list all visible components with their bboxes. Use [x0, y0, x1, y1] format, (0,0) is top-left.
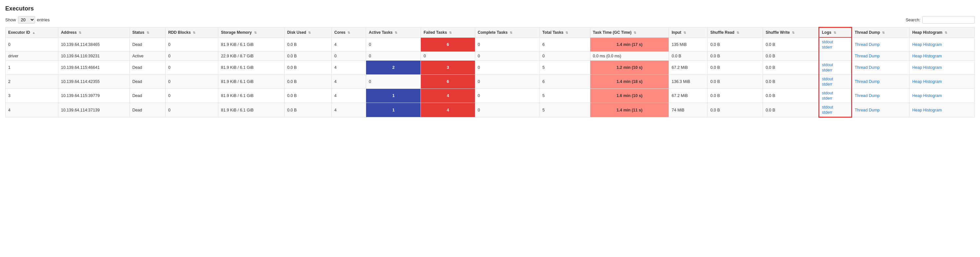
- col-header-executor-id[interactable]: Executor ID ▲: [6, 27, 58, 38]
- heap-histogram-link[interactable]: Heap Histogram: [912, 54, 942, 58]
- log-link-stdout[interactable]: stdout: [822, 40, 849, 44]
- col-header-status[interactable]: Status ⇅: [129, 27, 165, 38]
- cell-executor-id: 3: [6, 89, 58, 103]
- cell-executor-id: 2: [6, 75, 58, 89]
- col-header-shuffle-read[interactable]: Shuffle Read ⇅: [708, 27, 763, 38]
- thread-dump-link[interactable]: Thread Dump: [855, 108, 880, 112]
- cell-storage-memory: 22.9 KiB / 8.7 GiB: [218, 52, 285, 61]
- thread-dump-link[interactable]: Thread Dump: [855, 79, 880, 84]
- log-link-stdout[interactable]: stdout: [822, 62, 849, 67]
- cell-task-time: 1.4 min (17 s): [590, 37, 669, 52]
- sort-arrow: ⇅: [193, 31, 195, 34]
- heap-histogram-link[interactable]: Heap Histogram: [912, 108, 942, 112]
- col-header-heap-histogram[interactable]: Heap Histogram ⇅: [910, 27, 975, 38]
- cell-status: Dead: [129, 37, 165, 52]
- cell-logs: stdoutstderr: [819, 89, 851, 103]
- col-header-active-tasks[interactable]: Active Tasks ⇅: [366, 27, 421, 38]
- sort-arrow: ⇅: [347, 31, 350, 34]
- cell-shuffle-read: 0.0 B: [708, 75, 763, 89]
- cell-executor-id: 4: [6, 103, 58, 117]
- col-header-address[interactable]: Address ⇅: [58, 27, 129, 38]
- cell-complete-tasks: 0: [475, 103, 539, 117]
- log-link-stderr[interactable]: stderr: [822, 68, 849, 72]
- cell-logs: stdoutstderr: [819, 37, 851, 52]
- col-header-input[interactable]: Input ⇅: [669, 27, 708, 38]
- cell-complete-tasks: 0: [475, 37, 539, 52]
- cell-total-tasks: 5: [539, 89, 590, 103]
- cell-thread-dump: Thread Dump: [851, 52, 910, 61]
- cell-active-tasks: 0: [366, 37, 421, 52]
- heap-histogram-link[interactable]: Heap Histogram: [912, 65, 942, 70]
- cell-address: 10.139.64.116:39231: [58, 52, 129, 61]
- cell-complete-tasks: 0: [475, 89, 539, 103]
- sort-arrow-asc: ▲: [32, 31, 35, 34]
- entries-select[interactable]: 102050100: [18, 16, 35, 24]
- cell-input: 74 MiB: [669, 103, 708, 117]
- cell-active-tasks: 1: [366, 89, 421, 103]
- table-row: driver10.139.64.116:39231Active022.9 KiB…: [6, 52, 975, 61]
- cell-active-tasks: 2: [366, 61, 421, 75]
- col-header-shuffle-write[interactable]: Shuffle Write ⇅: [763, 27, 819, 38]
- cell-executor-id: 0: [6, 37, 58, 52]
- log-link-stdout[interactable]: stdout: [822, 91, 849, 96]
- col-header-thread-dump[interactable]: Thread Dump ⇅: [851, 27, 910, 38]
- cell-logs: stdoutstderr: [819, 75, 851, 89]
- sort-arrow: ⇅: [146, 31, 149, 34]
- col-header-total-tasks[interactable]: Total Tasks ⇅: [539, 27, 590, 38]
- cell-total-tasks: 6: [539, 37, 590, 52]
- cell-input: 136.3 MiB: [669, 75, 708, 89]
- executors-table: Executor ID ▲Address ⇅Status ⇅RDD Blocks…: [5, 27, 975, 118]
- cell-shuffle-write: 0.0 B: [763, 52, 819, 61]
- log-link-stderr[interactable]: stderr: [822, 96, 849, 101]
- sort-arrow: ⇅: [510, 31, 512, 34]
- col-header-storage-memory[interactable]: Storage Memory ⇅: [218, 27, 285, 38]
- cell-failed-tasks: 4: [421, 103, 475, 117]
- cell-storage-memory: 81.9 KiB / 6.1 GiB: [218, 103, 285, 117]
- cell-rdd-blocks: 0: [165, 75, 218, 89]
- cell-failed-tasks: 4: [421, 89, 475, 103]
- cell-status: Dead: [129, 103, 165, 117]
- cell-storage-memory: 81.9 KiB / 6.1 GiB: [218, 37, 285, 52]
- log-link-stdout[interactable]: stdout: [822, 105, 849, 110]
- col-header-complete-tasks[interactable]: Complete Tasks ⇅: [475, 27, 539, 38]
- sort-arrow: ⇅: [737, 31, 739, 34]
- col-header-task-time[interactable]: Task Time (GC Time) ⇅: [590, 27, 669, 38]
- thread-dump-link[interactable]: Thread Dump: [855, 54, 880, 58]
- heap-histogram-link[interactable]: Heap Histogram: [912, 42, 942, 47]
- table-row: 210.139.64.114:42355Dead081.9 KiB / 6.1 …: [6, 75, 975, 89]
- col-header-logs[interactable]: Logs ⇅: [819, 27, 851, 38]
- search-input[interactable]: [922, 16, 975, 24]
- cell-failed-tasks: 0: [421, 52, 475, 61]
- heap-histogram-link[interactable]: Heap Histogram: [912, 79, 942, 84]
- col-header-disk-used[interactable]: Disk Used ⇅: [285, 27, 332, 38]
- cell-rdd-blocks: 0: [165, 61, 218, 75]
- sort-arrow: ⇅: [395, 31, 397, 34]
- cell-task-time: 0.0 ms (0.0 ms): [590, 52, 669, 61]
- thread-dump-link[interactable]: Thread Dump: [855, 93, 880, 98]
- cell-storage-memory: 81.9 KiB / 6.1 GiB: [218, 75, 285, 89]
- thread-dump-link[interactable]: Thread Dump: [855, 65, 880, 70]
- log-link-stderr[interactable]: stderr: [822, 82, 849, 86]
- sort-arrow: ⇅: [565, 31, 568, 34]
- log-link-stderr[interactable]: stderr: [822, 110, 849, 115]
- entries-label: entries: [37, 18, 50, 22]
- cell-shuffle-read: 0.0 B: [708, 52, 763, 61]
- col-header-rdd-blocks[interactable]: RDD Blocks ⇅: [165, 27, 218, 38]
- cell-complete-tasks: 0: [475, 61, 539, 75]
- cell-cores: 4: [332, 89, 366, 103]
- table-row: 410.139.64.114:37139Dead081.9 KiB / 6.1 …: [6, 103, 975, 117]
- cell-total-tasks: 6: [539, 75, 590, 89]
- col-header-cores[interactable]: Cores ⇅: [332, 27, 366, 38]
- sort-arrow: ⇅: [945, 31, 947, 34]
- cell-logs: [819, 52, 851, 61]
- thread-dump-link[interactable]: Thread Dump: [855, 42, 880, 47]
- table-row: 310.139.64.115:39779Dead081.9 KiB / 6.1 …: [6, 89, 975, 103]
- log-link-stderr[interactable]: stderr: [822, 45, 849, 49]
- cell-disk-used: 0.0 B: [285, 75, 332, 89]
- col-header-failed-tasks[interactable]: Failed Tasks ⇅: [421, 27, 475, 38]
- cell-shuffle-write: 0.0 B: [763, 75, 819, 89]
- log-link-stdout[interactable]: stdout: [822, 77, 849, 81]
- heap-histogram-link[interactable]: Heap Histogram: [912, 93, 942, 98]
- cell-cores: 4: [332, 37, 366, 52]
- cell-cores: 4: [332, 103, 366, 117]
